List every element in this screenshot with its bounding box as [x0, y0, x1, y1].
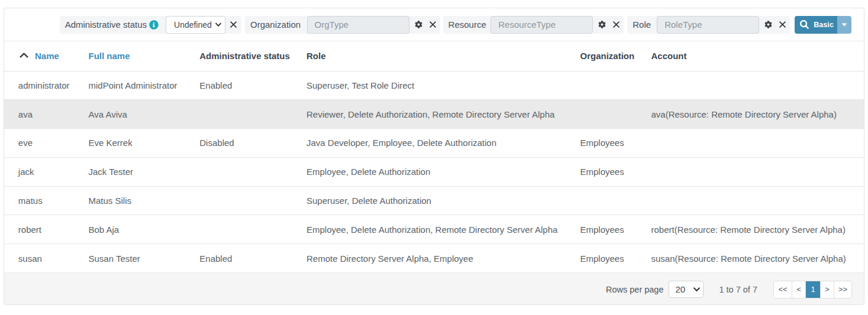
cell-account: susan(Resource: Remote Directory Server …	[637, 244, 864, 273]
cell-name: administrator	[4, 71, 75, 100]
table-row[interactable]: robertBob AjaEmployee, Delete Authorizat…	[4, 215, 864, 244]
filter-admin-status-label: Administrative status	[65, 20, 147, 30]
cell-role: Employee, Delete Authorization	[292, 157, 566, 186]
search-basic-button-label: Basic	[814, 21, 834, 29]
filter-admin-status: Administrative status Undefined	[60, 16, 241, 34]
column-header-administrative-status: Administrative status	[185, 41, 292, 71]
rows-per-page-label: Rows per page	[606, 285, 664, 294]
clear-organization-icon[interactable]	[430, 21, 436, 28]
cell-full-name: Matus Silis	[75, 186, 186, 215]
table-row[interactable]: avaAva AvivaReviewer, Delete Authorizati…	[4, 100, 864, 129]
cell-administrative-status	[185, 100, 292, 129]
column-header-full-name: Full name	[75, 41, 186, 71]
cell-organization	[566, 100, 637, 129]
column-header-role: Role	[292, 41, 566, 71]
cell-organization	[566, 186, 637, 215]
column-header-name-link[interactable]: Name	[35, 51, 59, 61]
table-header-row: Name Full name Administrative status Rol…	[4, 41, 864, 71]
filter-organization-label: Organization	[250, 20, 301, 30]
caret-down-icon	[841, 23, 847, 27]
cell-account: ava(Resource: Remote Directory Server Al…	[637, 100, 864, 129]
filter-resource: Resource ResourceType	[443, 16, 624, 34]
cell-administrative-status	[185, 215, 292, 244]
resource-settings-gear-icon[interactable]	[598, 21, 606, 28]
role-input-placeholder: RoleType	[664, 20, 702, 30]
info-circle-icon[interactable]	[149, 20, 159, 30]
admin-status-select-value: Undefined	[174, 20, 212, 30]
cell-administrative-status: Enabled	[185, 71, 292, 100]
cell-role: Reviewer, Delete Authorization, Remote D…	[292, 100, 566, 129]
column-header-organization: Organization	[566, 41, 637, 71]
users-table-panel: Administrative status Undefined Organiza…	[4, 8, 864, 305]
cell-full-name: Susan Tester	[75, 244, 186, 273]
pagination-count-label: 1 to 7 of 7	[719, 285, 758, 294]
sort-ascending-icon[interactable]	[20, 53, 28, 58]
organization-settings-gear-icon[interactable]	[415, 21, 422, 28]
cell-administrative-status	[185, 186, 292, 215]
organization-input-placeholder: OrgType	[315, 20, 349, 30]
chevron-down-icon	[215, 22, 221, 27]
pagination-last-button[interactable]: >>	[834, 281, 851, 298]
chevron-down-icon	[693, 287, 700, 292]
cell-administrative-status: Disabled	[185, 129, 292, 158]
cell-name: jack	[4, 157, 75, 186]
table-footer: Rows per page 20 1 to 7 of 7 << < 1 > >>	[4, 272, 864, 304]
clear-role-icon[interactable]	[779, 21, 786, 28]
cell-role: Employee, Delete Authorization, Remote D…	[292, 215, 566, 244]
resource-input[interactable]: ResourceType	[491, 16, 593, 34]
role-settings-gear-icon[interactable]	[764, 21, 772, 28]
resource-input-placeholder: ResourceType	[498, 20, 556, 30]
cell-account: robert(Resource: Remote Directory Server…	[637, 215, 864, 244]
cell-organization: Employees	[566, 157, 637, 186]
cell-account	[637, 129, 864, 158]
column-header-account: Account	[637, 41, 864, 71]
cell-full-name: midPoint Administrator	[75, 71, 186, 100]
cell-role: Remote Directory Server Alpha, Employee	[292, 244, 566, 273]
cell-account	[637, 71, 864, 100]
filter-role: Role RoleType	[627, 16, 790, 34]
cell-full-name: Eve Kerrek	[75, 129, 186, 158]
cell-role: Java Developer, Employee, Delete Authori…	[292, 129, 566, 158]
cell-name: eve	[4, 129, 75, 158]
pagination-page-1-button[interactable]: 1	[805, 281, 820, 298]
pagination-prev-button[interactable]: <	[792, 281, 805, 298]
table-row[interactable]: matusMatus SilisSuperuser, Delete Author…	[4, 186, 864, 215]
filter-organization: Organization OrgType	[245, 16, 440, 34]
pagination-next-button[interactable]: >	[820, 281, 834, 298]
clear-admin-status-icon[interactable]	[230, 21, 237, 28]
cell-full-name: Bob Aja	[75, 215, 186, 244]
rows-per-page-select[interactable]: 20	[669, 281, 704, 298]
pagination-first-button[interactable]: <<	[774, 281, 792, 298]
cell-role: Superuser, Test Role Direct	[292, 71, 566, 100]
organization-input[interactable]: OrgType	[307, 16, 409, 34]
admin-status-select[interactable]: Undefined	[166, 16, 225, 34]
cell-organization: Employees	[566, 244, 637, 273]
search-split-button: Basic	[795, 16, 851, 34]
search-basic-button[interactable]: Basic	[795, 16, 837, 34]
rows-per-page-value: 20	[676, 284, 686, 294]
search-filter-bar: Administrative status Undefined Organiza…	[4, 8, 864, 41]
cell-administrative-status: Enabled	[185, 244, 292, 273]
search-mode-dropdown-button[interactable]	[837, 16, 851, 34]
users-table: Name Full name Administrative status Rol…	[4, 41, 864, 273]
search-icon	[800, 20, 809, 29]
pagination: << < 1 > >>	[773, 281, 852, 298]
role-input[interactable]: RoleType	[657, 16, 759, 34]
cell-account	[637, 157, 864, 186]
table-row[interactable]: eveEve KerrekDisabledJava Developer, Emp…	[4, 129, 864, 158]
cell-name: matus	[4, 186, 75, 215]
filter-resource-label: Resource	[448, 20, 486, 30]
cell-organization: Employees	[566, 129, 637, 158]
column-header-full-name-link[interactable]: Full name	[88, 51, 130, 61]
clear-resource-icon[interactable]	[613, 21, 619, 28]
cell-name: robert	[4, 215, 75, 244]
filter-role-label: Role	[633, 20, 651, 30]
cell-name: susan	[4, 244, 75, 273]
cell-role: Superuser, Delete Authorization	[292, 186, 566, 215]
table-row[interactable]: jackJack TesterEmployee, Delete Authoriz…	[4, 157, 864, 186]
cell-full-name: Jack Tester	[75, 157, 186, 186]
table-row[interactable]: administratormidPoint AdministratorEnabl…	[4, 71, 864, 100]
table-row[interactable]: susanSusan TesterEnabledRemote Directory…	[4, 244, 864, 273]
cell-full-name: Ava Aviva	[75, 100, 186, 129]
cell-organization: Employees	[566, 215, 637, 244]
